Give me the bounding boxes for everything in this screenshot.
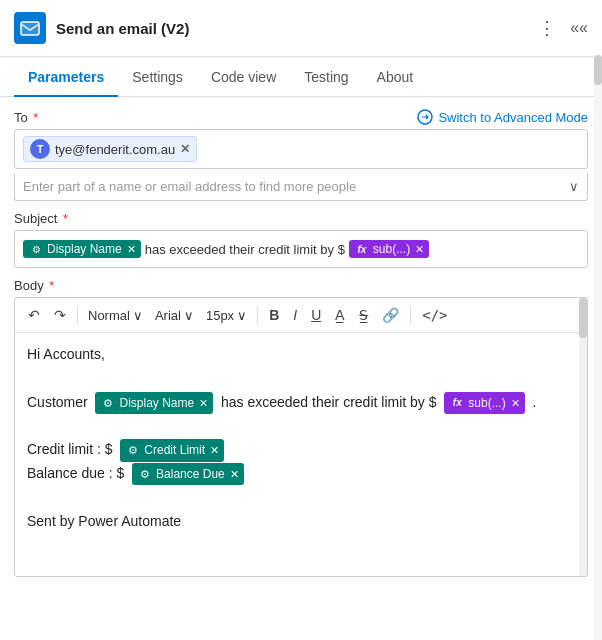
remove-email-button[interactable]: ✕ bbox=[180, 142, 190, 156]
avatar: T bbox=[30, 139, 50, 159]
line-balance-due: Balance due : $ ⚙ Balance Due ✕ bbox=[27, 462, 575, 486]
subject-input[interactable]: ⚙ Display Name ✕ has exceeded their cred… bbox=[14, 230, 588, 268]
page-scrollbar-thumb[interactable] bbox=[594, 55, 602, 85]
search-placeholder: Enter part of a name or email address to… bbox=[23, 179, 356, 194]
subject-section: Subject * ⚙ Display Name ✕ has exceeded … bbox=[14, 211, 588, 268]
page-title: Send an email (V2) bbox=[56, 20, 538, 37]
code-button[interactable]: </> bbox=[417, 304, 452, 326]
tabs-bar: Parameters Settings Code view Testing Ab… bbox=[0, 57, 602, 97]
email-address: tye@fenderit.com.au bbox=[55, 142, 175, 157]
undo-button[interactable]: ↶ bbox=[23, 304, 45, 326]
to-field-label: To * Switch to Advanced Mode bbox=[14, 109, 588, 125]
header: Send an email (V2) ⋮ «« bbox=[0, 0, 602, 57]
redo-button[interactable]: ↷ bbox=[49, 304, 71, 326]
line-empty-1 bbox=[27, 367, 575, 391]
switch-advanced-mode-button[interactable]: Switch to Advanced Mode bbox=[417, 109, 588, 125]
switch-icon bbox=[417, 109, 433, 125]
editor-scrollbar-track bbox=[579, 298, 587, 576]
line-greeting: Hi Accounts, bbox=[27, 343, 575, 367]
collapse-icon[interactable]: «« bbox=[570, 19, 588, 37]
italic-button[interactable]: I bbox=[288, 304, 302, 326]
remove-inline-sub[interactable]: ✕ bbox=[511, 394, 520, 413]
subject-field-label: Subject * bbox=[14, 211, 588, 226]
separator-3 bbox=[410, 306, 411, 324]
style-dropdown[interactable]: Normal ∨ bbox=[84, 306, 147, 325]
remove-sub-token[interactable]: ✕ bbox=[415, 243, 424, 256]
link-button[interactable]: 🔗 bbox=[377, 304, 404, 326]
header-actions: ⋮ «« bbox=[538, 17, 588, 39]
editor-scrollbar-thumb[interactable] bbox=[579, 298, 587, 338]
underline-button[interactable]: U bbox=[306, 304, 326, 326]
separator-2 bbox=[257, 306, 258, 324]
more-options-icon[interactable]: ⋮ bbox=[538, 17, 556, 39]
remove-inline-display-name[interactable]: ✕ bbox=[199, 394, 208, 413]
chevron-down-icon: ∨ bbox=[184, 308, 194, 323]
sub-inline-token: fx sub(...) ✕ bbox=[444, 392, 524, 414]
to-input-field[interactable]: T tye@fenderit.com.au ✕ bbox=[14, 129, 588, 169]
separator-1 bbox=[77, 306, 78, 324]
email-tag: T tye@fenderit.com.au ✕ bbox=[23, 136, 197, 162]
body-editor[interactable]: ↶ ↷ Normal ∨ Arial ∨ 15px ∨ bbox=[14, 297, 588, 577]
editor-content-area[interactable]: Hi Accounts, Customer ⚙ Display Name ✕ h… bbox=[15, 333, 587, 543]
bold-button[interactable]: B bbox=[264, 304, 284, 326]
chevron-down-icon: ∨ bbox=[569, 179, 579, 194]
remove-display-name-token[interactable]: ✕ bbox=[127, 243, 136, 256]
editor-toolbar: ↶ ↷ Normal ∨ Arial ∨ 15px ∨ bbox=[15, 298, 587, 333]
tab-code-view[interactable]: Code view bbox=[197, 57, 290, 97]
to-section: To * Switch to Advanced Mode T tye@fende… bbox=[14, 109, 588, 201]
font-dropdown[interactable]: Arial ∨ bbox=[151, 306, 198, 325]
body-section: Body * ↶ ↷ Normal ∨ Arial ∨ bbox=[14, 278, 588, 577]
chevron-down-icon: ∨ bbox=[237, 308, 247, 323]
tab-settings[interactable]: Settings bbox=[118, 57, 197, 97]
fx-icon: fx bbox=[354, 241, 370, 257]
main-content: To * Switch to Advanced Mode T tye@fende… bbox=[0, 97, 602, 637]
display-name-inline-token: ⚙ Display Name ✕ bbox=[95, 392, 213, 414]
font-color-button[interactable]: A̲ bbox=[330, 304, 350, 326]
sub-token: fx sub(...) ✕ bbox=[349, 240, 429, 258]
svg-rect-0 bbox=[21, 22, 39, 35]
line-customer: Customer ⚙ Display Name ✕ has exceeded t… bbox=[27, 391, 575, 415]
remove-credit-limit[interactable]: ✕ bbox=[210, 441, 219, 460]
tab-parameters[interactable]: Parameters bbox=[14, 57, 118, 97]
tab-about[interactable]: About bbox=[363, 57, 428, 97]
chevron-down-icon: ∨ bbox=[133, 308, 143, 323]
line-credit-limit: Credit limit : $ ⚙ Credit Limit ✕ bbox=[27, 438, 575, 462]
credit-limit-token: ⚙ Credit Limit ✕ bbox=[120, 439, 224, 461]
balance-due-token: ⚙ Balance Due ✕ bbox=[132, 463, 244, 485]
body-field-label: Body * bbox=[14, 278, 588, 293]
remove-balance-due[interactable]: ✕ bbox=[230, 465, 239, 484]
people-search-box[interactable]: Enter part of a name or email address to… bbox=[14, 173, 588, 201]
size-dropdown[interactable]: 15px ∨ bbox=[202, 306, 251, 325]
tab-testing[interactable]: Testing bbox=[290, 57, 362, 97]
strikethrough-button[interactable]: S̲ bbox=[354, 304, 373, 326]
line-empty-2 bbox=[27, 414, 575, 438]
page-scrollbar-track bbox=[594, 55, 602, 640]
display-name-token: ⚙ Display Name ✕ bbox=[23, 240, 141, 258]
line-sent-by: Sent by Power Automate bbox=[27, 510, 575, 534]
line-empty-3 bbox=[27, 486, 575, 510]
app-icon bbox=[14, 12, 46, 44]
token-icon: ⚙ bbox=[28, 241, 44, 257]
